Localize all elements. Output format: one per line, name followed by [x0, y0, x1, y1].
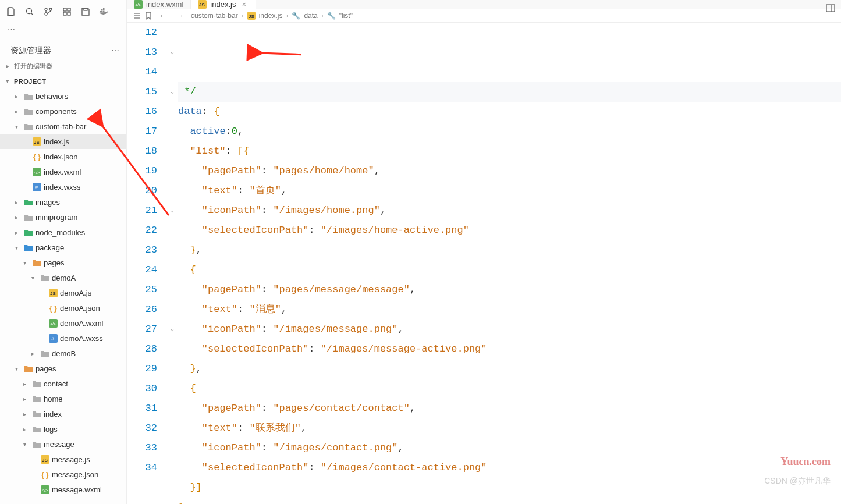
save-icon[interactable] [77, 3, 94, 20]
fold-toggle[interactable]: ⌄ [166, 82, 178, 102]
tree-item-home[interactable]: ▸home [0, 391, 126, 406]
tree-item-message-wxml[interactable]: </>message.wxml [0, 482, 126, 497]
fold-toggle [166, 339, 178, 359]
tree-item-label: contact [44, 379, 68, 388]
fold-toggle [166, 458, 178, 478]
tree-item-label: demoB [52, 349, 76, 358]
tree-item-demoA-wxml[interactable]: </>demoA.wxml [0, 315, 126, 331]
svg-point-4 [49, 8, 52, 10]
svg-text:#: # [51, 336, 54, 342]
tree-item-index[interactable]: ▸index [0, 406, 126, 421]
tree-item-custom-tab-bar[interactable]: ▾custom-tab-bar [0, 119, 126, 134]
tree-item-label: package [36, 243, 64, 252]
list-icon[interactable] [133, 12, 141, 20]
breadcrumb-file[interactable]: index.js [259, 12, 283, 20]
search-icon[interactable] [21, 3, 38, 20]
folder-green-icon [23, 198, 34, 206]
tree-item-logs[interactable]: ▸logs [0, 421, 126, 436]
wxml-icon: </> [134, 0, 143, 9]
fold-toggle [166, 418, 178, 438]
tree-item-demoA-js[interactable]: JSdemoA.js [0, 285, 126, 300]
folder-icon [40, 349, 50, 357]
js-icon: JS [40, 455, 50, 464]
tree-item-message[interactable]: ▾message [0, 436, 126, 452]
fold-toggle[interactable]: ⌄ [166, 320, 178, 339]
tree-item-behaviors[interactable]: ▸behaviors [0, 88, 126, 104]
tree-item-miniprogram[interactable]: ▸miniprogram [0, 210, 126, 225]
breadcrumb-folder[interactable]: custom-tab-bar [191, 12, 238, 20]
tree-item-label: images [36, 198, 60, 207]
docker-icon[interactable] [95, 3, 113, 20]
wxss-icon: # [31, 183, 42, 191]
open-editors-section[interactable]: ▸ 打开的编辑器 [0, 58, 126, 74]
watermark-csdn: CSDN @亦世凡华 [764, 476, 831, 487]
fold-toggle [166, 359, 178, 379]
tree-item-message-js[interactable]: JSmessage.js [0, 452, 126, 467]
project-section[interactable]: ▾ PROJECT [0, 74, 126, 88]
fold-toggle[interactable]: ⌄ [166, 42, 178, 62]
forward-icon[interactable]: → [173, 12, 187, 20]
svg-text:JS: JS [34, 140, 40, 145]
tree-item-message-json[interactable]: { }message.json [0, 467, 126, 482]
js-icon: JS [198, 0, 207, 9]
extensions-icon[interactable] [58, 3, 76, 20]
tree-item-label: demoA.json [60, 304, 100, 313]
chevron-icon: ▸ [15, 93, 23, 100]
folder-icon [31, 440, 42, 448]
sidebar-more-icon[interactable]: ⋯ [111, 46, 119, 55]
tree-item-node_modules[interactable]: ▸node_modules [0, 225, 126, 240]
folder-orange-icon [23, 364, 34, 372]
tree-item-contact[interactable]: ▸contact [0, 376, 126, 391]
tree-item-pages[interactable]: ▾pages [0, 255, 126, 270]
tree-item-index-json[interactable]: { }index.json [0, 149, 126, 164]
tab-index-wxml[interactable]: </>index.wxml [127, 0, 191, 9]
svg-rect-13 [101, 9, 103, 11]
fold-toggle [166, 399, 178, 418]
files-icon[interactable] [2, 3, 20, 20]
tree-item-demoA-json[interactable]: { }demoA.json [0, 300, 126, 315]
breadcrumb-sym2[interactable]: "list" [339, 12, 353, 20]
svg-rect-7 [63, 12, 66, 15]
folder-orange-icon [31, 258, 42, 267]
tree-item-label: pages [36, 364, 56, 373]
breadcrumb-sym1[interactable]: data [304, 12, 317, 20]
svg-text:</>: </> [135, 3, 141, 7]
tree-item-index-js[interactable]: JSindex.js [0, 134, 126, 149]
fold-toggle[interactable]: ⌄ [166, 201, 178, 221]
tree-item-demoB[interactable]: ▸demoB [0, 346, 126, 361]
svg-rect-5 [63, 8, 66, 11]
folder-icon [31, 425, 42, 433]
branch-icon[interactable] [40, 3, 57, 20]
svg-point-2 [45, 8, 47, 10]
wxml-icon: </> [31, 168, 42, 176]
back-icon[interactable]: ← [156, 12, 170, 20]
tree-item-components[interactable]: ▸components [0, 104, 126, 119]
tree-item-images[interactable]: ▸images [0, 194, 126, 210]
chevron-icon: ▸ [15, 229, 23, 236]
tree-item-index-wxml[interactable]: </>index.wxml [0, 164, 126, 179]
svg-point-0 [27, 9, 32, 14]
tree-item-pages[interactable]: ▾pages [0, 361, 126, 376]
close-icon[interactable]: × [239, 0, 249, 9]
more-icon[interactable]: ⋯ [2, 21, 20, 37]
svg-rect-9 [84, 8, 87, 10]
tree-item-label: behaviors [36, 92, 68, 101]
tab-index-js[interactable]: JSindex.js× [191, 0, 256, 9]
tree-item-index-wxss[interactable]: #index.wxss [0, 179, 126, 194]
code-content[interactable]: */data: { active:0, "list": [{ "pagePath… [178, 23, 841, 504]
tree-item-demoA-wxss[interactable]: #demoA.wxss [0, 331, 126, 346]
svg-text:</>: </> [34, 171, 40, 175]
layout-icon[interactable] [826, 3, 835, 13]
svg-text:{ }: { } [41, 471, 49, 479]
tab-bar: </>index.wxmlJSindex.js× [127, 0, 841, 9]
svg-rect-12 [103, 11, 105, 13]
tree-item-package[interactable]: ▾package [0, 240, 126, 255]
bookmark-icon[interactable] [144, 12, 152, 20]
chevron-icon: ▾ [15, 123, 23, 130]
breadcrumb: ← → custom-tab-bar › JS index.js › 🔧 dat… [127, 9, 841, 23]
tree-item-demoA[interactable]: ▾demoA [0, 270, 126, 285]
folder-icon [31, 379, 42, 388]
code-area[interactable]: 1213141516171819202122232425262728293031… [127, 23, 841, 504]
wxss-icon: # [48, 334, 58, 343]
fold-toggle [166, 260, 178, 280]
